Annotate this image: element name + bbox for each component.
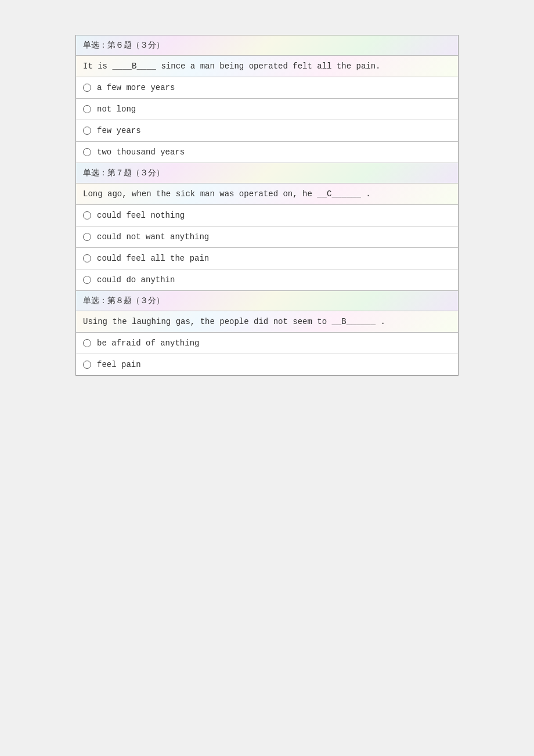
question-7-radio-d[interactable]	[83, 276, 91, 284]
question-7-option-a[interactable]: could feel nothing	[76, 205, 458, 226]
question-6-option-d[interactable]: two thousand years	[76, 142, 458, 163]
question-8-text: Using the laughing gas, the people did n…	[76, 311, 458, 333]
question-7-radio-c[interactable]	[83, 254, 91, 262]
question-6-header: 单选：第６题（３分）	[76, 35, 458, 56]
question-7-header: 单选：第７题（３分）	[76, 163, 458, 183]
question-7-title: 单选：第７题（３分）	[83, 168, 164, 178]
question-8-option-a[interactable]: be afraid of anything	[76, 333, 458, 354]
question-6-radio-a[interactable]	[83, 84, 91, 92]
question-7-text: Long ago, when the sick man was operated…	[76, 183, 458, 205]
question-8-header: 单选：第８题（３分）	[76, 291, 458, 311]
question-7-radio-a[interactable]	[83, 211, 91, 219]
question-6-title: 单选：第６题（３分）	[83, 41, 164, 50]
question-8-content: Using the laughing gas, the people did n…	[83, 317, 385, 326]
question-8-radio-b[interactable]	[83, 361, 91, 369]
question-8-option-b[interactable]: feel pain	[76, 354, 458, 375]
question-6-label-b: not long	[97, 105, 136, 114]
question-8-label-a: be afraid of anything	[97, 339, 199, 348]
question-6-label-d: two thousand years	[97, 147, 185, 157]
question-7-label-c: could feel all the pain	[97, 254, 209, 263]
question-7-option-b[interactable]: could not want anything	[76, 226, 458, 248]
question-7-content: Long ago, when the sick man was operated…	[83, 189, 371, 199]
question-6-radio-b[interactable]	[83, 105, 91, 113]
question-6-radio-d[interactable]	[83, 148, 91, 156]
question-8-radio-a[interactable]	[83, 339, 91, 347]
question-6-content: It is ____B____ since a man being operat…	[83, 62, 380, 71]
question-6-option-b[interactable]: not long	[76, 99, 458, 120]
question-7-label-d: could do anythin	[97, 275, 175, 285]
question-6-radio-c[interactable]	[83, 127, 91, 135]
question-7-label-b: could not want anything	[97, 232, 209, 242]
question-8-title: 单选：第８题（３分）	[83, 296, 164, 305]
question-6-option-a[interactable]: a few more years	[76, 77, 458, 99]
question-6-option-c[interactable]: few years	[76, 120, 458, 142]
question-7-radio-b[interactable]	[83, 233, 91, 241]
question-6-text: It is ____B____ since a man being operat…	[76, 56, 458, 77]
quiz-container: 单选：第６题（３分） It is ____B____ since a man b…	[75, 35, 459, 376]
question-7-label-a: could feel nothing	[97, 211, 185, 220]
question-6-label-a: a few more years	[97, 83, 175, 92]
question-6-label-c: few years	[97, 126, 141, 135]
question-7-option-c[interactable]: could feel all the pain	[76, 248, 458, 269]
question-7-option-d[interactable]: could do anythin	[76, 269, 458, 291]
question-8-label-b: feel pain	[97, 360, 141, 369]
